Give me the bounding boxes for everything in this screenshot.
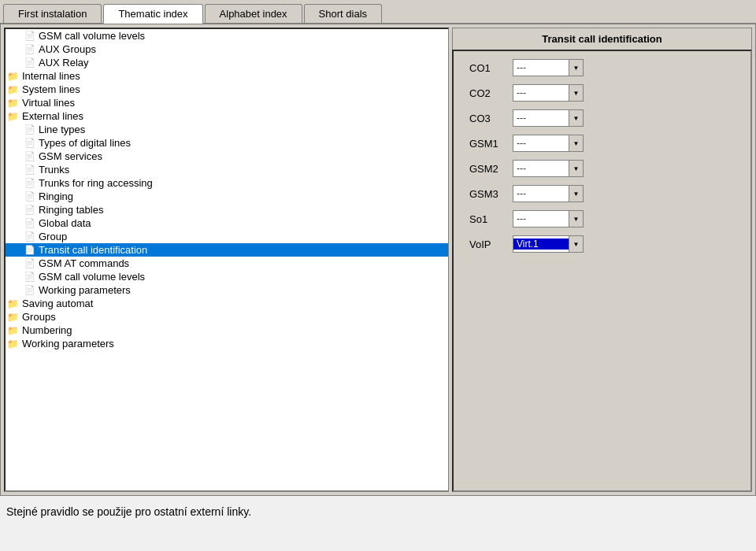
form-label-gsm3: GSM3 [469, 188, 513, 200]
tree-item-label-aux-groups: AUX Groups [39, 43, 96, 55]
form-label-gsm1: GSM1 [469, 138, 513, 150]
tree-item-label-group: Group [39, 231, 67, 242]
tree-item-label-aux-relay: AUX Relay [39, 57, 89, 68]
tree-item-label-gsm-at-commands: GSM AT commands [39, 257, 129, 269]
tree-item-trunks-ring[interactable]: 📄Trunks for ring accessing [6, 176, 448, 190]
form-row-gsm2: GSM2---▼ [469, 160, 735, 177]
select-arrow-co1[interactable]: ▼ [569, 60, 583, 76]
tree-item-ringing-tables[interactable]: 📄Ringing tables [6, 203, 448, 216]
tree-item-system-lines[interactable]: 📁System lines [6, 83, 448, 96]
tree-item-working-parameters-main[interactable]: 📁Working parameters [6, 337, 448, 350]
tree-item-aux-groups[interactable]: 📄AUX Groups [6, 43, 448, 56]
tree-item-types-digital-lines[interactable]: 📄Types of digital lines [6, 136, 448, 150]
select-voip[interactable]: Virt.1▼ [513, 235, 584, 253]
tree-item-label-groups: Groups [22, 311, 56, 323]
file-icon: 📄 [24, 218, 35, 228]
tree-item-label-virtual-lines: Virtual lines [22, 97, 75, 109]
select-arrow-gsm3[interactable]: ▼ [569, 186, 583, 202]
select-value-co2: --- [513, 87, 569, 98]
main-container: First instalation Thematic index Alphabe… [0, 0, 756, 521]
select-co1[interactable]: ---▼ [513, 59, 584, 76]
select-value-gsm2: --- [513, 163, 569, 174]
tab-short-dials[interactable]: Short dials [304, 4, 382, 23]
tree-item-label-ringing: Ringing [39, 190, 73, 202]
folder-icon: 📁 [7, 98, 19, 109]
tab-thematic-index[interactable]: Thematic index [103, 4, 202, 24]
select-gsm1[interactable]: ---▼ [513, 135, 584, 152]
file-icon: 📄 [24, 31, 35, 41]
select-value-gsm3: --- [513, 188, 569, 199]
tree-item-working-parameters[interactable]: 📄Working parameters [6, 283, 448, 297]
tree-item-label-internal-lines: Internal lines [22, 70, 80, 82]
form-row-co3: CO3---▼ [469, 109, 735, 127]
file-icon: 📄 [24, 178, 35, 188]
panel-content: CO1---▼CO2---▼CO3---▼GSM1---▼GSM2---▼GSM… [452, 50, 752, 492]
folder-icon: 📁 [7, 111, 19, 122]
file-icon: 📄 [24, 205, 35, 215]
tree-item-label-numbering: Numbering [22, 324, 72, 336]
form-label-voip: VoIP [469, 239, 513, 250]
select-arrow-co2[interactable]: ▼ [569, 85, 583, 101]
tree-item-virtual-lines[interactable]: 📁Virtual lines [6, 96, 448, 109]
folder-icon: 📁 [7, 298, 19, 309]
file-icon: 📄 [24, 138, 35, 148]
select-value-co3: --- [513, 113, 569, 124]
tree-item-label-types-digital-lines: Types of digital lines [39, 137, 131, 149]
file-icon: 📄 [24, 258, 35, 268]
select-arrow-so1[interactable]: ▼ [569, 211, 583, 227]
tab-first-installation[interactable]: First instalation [3, 4, 102, 23]
tree-item-label-ringing-tables: Ringing tables [39, 204, 103, 216]
tree-item-label-external-lines: External lines [22, 110, 83, 122]
tree-item-saving-automat[interactable]: 📁Saving automat [6, 297, 448, 310]
tab-alphabet-index[interactable]: Alphabet index [205, 4, 302, 23]
form-label-so1: So1 [469, 213, 513, 225]
tree-item-group[interactable]: 📄Group [6, 230, 448, 243]
tree-item-gsm-services[interactable]: 📄GSM services [6, 150, 448, 163]
select-arrow-gsm2[interactable]: ▼ [569, 161, 583, 176]
tree-item-transit-call[interactable]: 📄Transit call identification [6, 243, 448, 257]
file-icon: 📄 [24, 44, 35, 54]
select-value-so1: --- [513, 213, 569, 224]
right-panel: Transit call identification CO1---▼CO2--… [452, 28, 752, 492]
select-gsm3[interactable]: ---▼ [513, 185, 584, 202]
file-icon: 📄 [24, 285, 35, 295]
select-so1[interactable]: ---▼ [513, 210, 584, 227]
form-label-co1: CO1 [469, 62, 513, 74]
tree-item-ringing[interactable]: 📄Ringing [6, 190, 448, 203]
tree-item-aux-relay[interactable]: 📄AUX Relay [6, 56, 448, 69]
folder-icon: 📁 [7, 325, 19, 336]
select-co2[interactable]: ---▼ [513, 84, 584, 102]
file-icon: 📄 [24, 231, 35, 242]
select-co3[interactable]: ---▼ [513, 109, 584, 127]
select-arrow-co3[interactable]: ▼ [569, 110, 583, 126]
tree-item-label-gsm-call-volume-bottom: GSM call volume levels [39, 271, 145, 283]
tree-item-label-trunks: Trunks [39, 164, 69, 176]
select-value-co1: --- [513, 62, 569, 73]
tree-item-global-data[interactable]: 📄Global data [6, 216, 448, 230]
select-gsm2[interactable]: ---▼ [513, 160, 584, 177]
tree-item-label-working-parameters: Working parameters [39, 284, 131, 296]
form-label-gsm2: GSM2 [469, 163, 513, 175]
tree-item-external-lines[interactable]: 📁External lines [6, 109, 448, 123]
form-row-so1: So1---▼ [469, 210, 735, 227]
tree-item-internal-lines[interactable]: 📁Internal lines [6, 69, 448, 83]
select-value-voip: Virt.1 [513, 239, 569, 250]
folder-icon: 📁 [7, 312, 19, 323]
tree-item-numbering[interactable]: 📁Numbering [6, 324, 448, 337]
tree-item-gsm-call-volume-top[interactable]: 📄GSM call volume levels [6, 29, 448, 43]
form-label-co2: CO2 [469, 87, 513, 99]
select-arrow-gsm1[interactable]: ▼ [569, 135, 583, 151]
tree-item-line-types[interactable]: 📄Line types [6, 123, 448, 136]
select-arrow-voip[interactable]: ▼ [569, 236, 583, 252]
form-row-co2: CO2---▼ [469, 84, 735, 102]
tree-item-gsm-at-commands[interactable]: 📄GSM AT commands [6, 257, 448, 270]
tree-item-label-saving-automat: Saving automat [22, 298, 93, 309]
file-icon: 📄 [24, 151, 35, 161]
tree-item-groups[interactable]: 📁Groups [6, 310, 448, 324]
form-row-gsm1: GSM1---▼ [469, 135, 735, 152]
tree-item-gsm-call-volume-bottom[interactable]: 📄GSM call volume levels [6, 270, 448, 283]
tree-scroll[interactable]: 📄GSM call volume levels📄AUX Groups📄AUX R… [6, 29, 448, 490]
tree-item-trunks[interactable]: 📄Trunks [6, 163, 448, 176]
tree-panel: 📄GSM call volume levels📄AUX Groups📄AUX R… [4, 28, 449, 492]
bottom-text: Stejné pravidlo se použije pro ostatní e… [0, 496, 756, 521]
